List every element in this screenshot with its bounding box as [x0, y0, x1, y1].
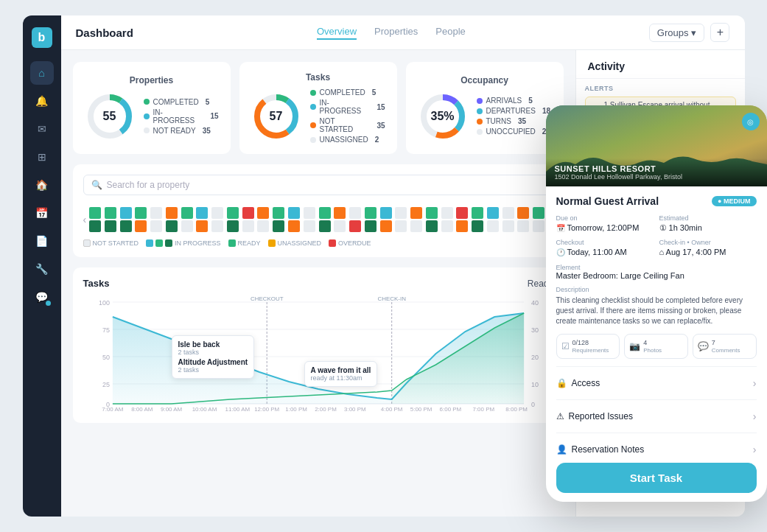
- divider: [556, 433, 757, 433]
- grid-cell[interactable]: [517, 220, 529, 232]
- grid-cell[interactable]: [365, 207, 377, 219]
- grid-cell[interactable]: [380, 207, 392, 219]
- grid-cell[interactable]: [334, 220, 346, 232]
- prev-arrow[interactable]: ‹: [83, 214, 87, 225]
- grid-cell[interactable]: [105, 220, 116, 232]
- grid-cell[interactable]: [319, 207, 331, 219]
- tab-overview[interactable]: Overview: [317, 26, 357, 40]
- grid-cell[interactable]: [196, 220, 208, 232]
- grid-cell[interactable]: [288, 207, 300, 219]
- grid-cell[interactable]: [150, 220, 162, 232]
- reported-issues-action[interactable]: ⚠ Reported Issues ›: [556, 406, 757, 427]
- tasks-title: Tasks: [251, 72, 385, 83]
- grid-cell[interactable]: [120, 220, 132, 232]
- requirements-stat[interactable]: ☑ 0/128Requirements: [556, 334, 620, 359]
- grid-cell[interactable]: [349, 207, 361, 219]
- grid-cell[interactable]: [472, 220, 483, 232]
- add-button[interactable]: +: [710, 23, 729, 42]
- grid-cell[interactable]: [365, 220, 377, 232]
- grid-cell[interactable]: [105, 207, 116, 219]
- grid-cell[interactable]: [395, 220, 407, 232]
- grid-cell[interactable]: [135, 220, 147, 232]
- grid-cell[interactable]: [227, 207, 239, 219]
- grid-cell[interactable]: [273, 220, 284, 232]
- grid-cell[interactable]: [395, 207, 407, 219]
- page-title: Dashboard: [76, 27, 133, 39]
- photos-stat[interactable]: 📷 4Photos: [624, 334, 688, 359]
- reservation-notes-action[interactable]: 👤 Reservation Notes ›: [556, 439, 757, 460]
- grid-cell[interactable]: [426, 220, 438, 232]
- header: Dashboard Overview Properties People Gro…: [61, 15, 745, 50]
- legend-item: TURNS 35: [477, 117, 551, 125]
- occupancy-stat-card: Occupancy 35%: [406, 62, 564, 154]
- grid-cell[interactable]: [181, 220, 193, 232]
- tab-properties[interactable]: Properties: [374, 26, 418, 40]
- grid-cell[interactable]: [135, 207, 147, 219]
- tab-people[interactable]: People: [435, 26, 465, 40]
- sidebar-icon-document[interactable]: 📄: [30, 229, 54, 253]
- sidebar-icon-bell[interactable]: 🔔: [30, 89, 54, 113]
- grid-cell[interactable]: [89, 220, 101, 232]
- grid-cell[interactable]: [89, 207, 101, 219]
- grid-cell[interactable]: [517, 207, 529, 219]
- legend-item: UNASSIGNED 2: [310, 136, 385, 144]
- svg-text:12:00 PM: 12:00 PM: [254, 406, 279, 413]
- grid-cell[interactable]: [257, 207, 269, 219]
- grid-cell[interactable]: [273, 207, 284, 219]
- start-task-button[interactable]: Start Task: [556, 463, 757, 493]
- grid-cell[interactable]: [242, 207, 254, 219]
- search-bar[interactable]: 🔍 Search for a property: [83, 175, 553, 195]
- grid-cell[interactable]: [441, 220, 453, 232]
- grid-cell[interactable]: [304, 220, 315, 232]
- grid-cell[interactable]: [257, 220, 269, 232]
- grid-cell[interactable]: [288, 220, 300, 232]
- sidebar-icon-mail[interactable]: ✉: [30, 117, 54, 141]
- grid-cell[interactable]: [472, 207, 483, 219]
- mobile-card-body: Normal Guest Arrival ● MEDIUM Due on 📅 T…: [546, 186, 767, 502]
- grid-cell[interactable]: [502, 207, 514, 219]
- grid-cell[interactable]: [166, 220, 178, 232]
- grid-cell[interactable]: [166, 207, 178, 219]
- sidebar-icon-chat[interactable]: 💬: [30, 285, 54, 309]
- sidebar-icon-building[interactable]: 🏠: [30, 173, 54, 197]
- grid-cell[interactable]: [349, 220, 361, 232]
- detail-grid: Due on 📅 Tomorrow, 12:00PM Estimated ① 1…: [556, 214, 757, 256]
- mobile-card-header: Normal Guest Arrival ● MEDIUM: [556, 195, 757, 207]
- grid-cell[interactable]: [181, 207, 193, 219]
- grid-cell[interactable]: [380, 220, 392, 232]
- comments-stat[interactable]: 💬 7Comments: [693, 334, 757, 359]
- sidebar-icon-calendar[interactable]: 📅: [30, 201, 54, 225]
- grid-cell[interactable]: [150, 207, 162, 219]
- grid-cell[interactable]: [487, 207, 499, 219]
- sidebar-icon-layers[interactable]: ⊞: [30, 145, 54, 169]
- grid-cell[interactable]: [211, 207, 223, 219]
- chevron-right-icon: ›: [753, 410, 757, 422]
- sidebar-icon-home[interactable]: ⌂: [30, 61, 54, 85]
- grid-cell[interactable]: [227, 220, 239, 232]
- grid-cell[interactable]: [120, 207, 132, 219]
- grid-cell[interactable]: [410, 220, 422, 232]
- grid-cell[interactable]: [410, 207, 422, 219]
- sidebar-icon-wrench[interactable]: 🔧: [30, 257, 54, 281]
- grid-cell[interactable]: [441, 207, 453, 219]
- grid-cell[interactable]: [533, 207, 544, 219]
- grid-cell[interactable]: [319, 220, 331, 232]
- grid-cell[interactable]: [487, 220, 499, 232]
- chart-tooltip-1: Isle be back 2 tasks Altitude Adjustment…: [172, 335, 255, 379]
- grid-cell[interactable]: [426, 207, 438, 219]
- grid-cell[interactable]: [196, 207, 208, 219]
- groups-button[interactable]: Groups ▾: [649, 24, 705, 42]
- grid-cell[interactable]: [334, 207, 346, 219]
- grid-nav: ‹: [83, 204, 553, 235]
- navigation-button[interactable]: ◎: [742, 113, 760, 130]
- grid-cell[interactable]: [456, 220, 468, 232]
- grid-cell[interactable]: [456, 207, 468, 219]
- app-logo[interactable]: b: [32, 27, 52, 48]
- grid-cell[interactable]: [304, 207, 315, 219]
- access-action[interactable]: 🔒 Access ›: [556, 373, 757, 393]
- grid-cell[interactable]: [211, 220, 223, 232]
- comment-icon: 💬: [698, 341, 709, 351]
- grid-cell[interactable]: [533, 220, 544, 232]
- grid-cell[interactable]: [242, 220, 254, 232]
- grid-cell[interactable]: [502, 220, 514, 232]
